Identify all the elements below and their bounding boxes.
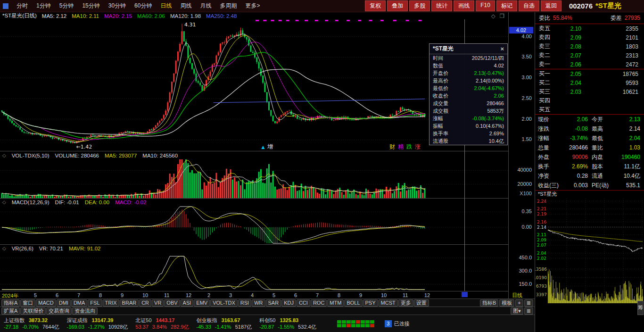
chart-feature-tag[interactable]: 精 [398, 143, 404, 151]
indicator-tab[interactable]: 指标A [1, 299, 20, 307]
indicator-tab[interactable]: KDJ [281, 299, 296, 307]
bid-price[interactable]: 2.03 [552, 89, 581, 95]
bottom-tab-right-icon[interactable]: 图▾ [511, 307, 523, 315]
indicator-tab[interactable]: PSY [363, 299, 378, 307]
bid-price[interactable]: 2.04 [552, 80, 581, 86]
index-quote[interactable]: 科创501325.83 -20.87-1.55%532.4亿 [259, 317, 316, 331]
indicator-tab[interactable]: CR [139, 299, 151, 307]
app-window-icon[interactable] [3, 3, 8, 9]
index-quote[interactable]: 创业板指3163.67 -45.33-1.41%5187亿 [197, 317, 252, 331]
indicator-tab[interactable]: TRIX [103, 299, 119, 307]
ask-price[interactable]: 2.06 [552, 61, 581, 68]
index-quote[interactable]: 北证501443.17 53.373.84%282.9亿 [135, 317, 189, 331]
close-icon[interactable]: × [500, 45, 504, 52]
ask-qty: 2355 [581, 25, 644, 32]
indicator-tab-right[interactable]: + [515, 299, 523, 307]
timeframe-tab[interactable]: 月线 [196, 2, 215, 10]
bid-price[interactable]: 2.05 [552, 71, 581, 77]
timeframe-tab[interactable]: 15分钟 [78, 2, 104, 10]
heatmap-cell [356, 324, 360, 327]
indicator-tab[interactable]: RSI [238, 299, 251, 307]
indicator-tab[interactable]: FSL [88, 299, 102, 307]
bottom-tab[interactable]: 扩展A [1, 307, 20, 315]
indicator-tab[interactable]: ROC [311, 299, 327, 307]
indicator-tab[interactable]: ASI [181, 299, 194, 307]
indicator-tab[interactable]: 窗口 [20, 299, 35, 307]
volume-chart[interactable] [0, 159, 508, 198]
indicator-tab-right[interactable]: 指标B [480, 299, 498, 307]
collapse-icon[interactable]: ◇ [2, 199, 6, 205]
kline-info-popup[interactable]: *ST星光 × 时间 2025/12/11/四 数值 4.02 开盘价 2.13… [429, 43, 508, 145]
ask-row[interactable]: 卖五 2.10 2355 [535, 24, 644, 33]
bottom-tab[interactable]: 交易查询 [46, 307, 72, 315]
indicator-tab[interactable]: 设置 [414, 299, 429, 307]
timeframe-tab[interactable]: 1分钟 [32, 2, 55, 10]
indicator-tab[interactable]: BOLL [344, 299, 362, 307]
toolbar-button[interactable]: 返回 [541, 0, 561, 11]
bid-row[interactable]: 买四 [535, 96, 644, 105]
ask-price[interactable]: 2.08 [552, 43, 581, 50]
chart-feature-tag[interactable]: 涨 [415, 143, 421, 151]
indicator-tab[interactable]: MCST [379, 299, 398, 307]
indicator-tab[interactable]: 更多 [398, 299, 413, 307]
index-quote[interactable]: 深证成指13147.39 -169.03-1.27%10928亿 [67, 317, 128, 331]
chips-side-tab[interactable]: 筹 [637, 301, 644, 315]
toolbar-button[interactable]: 复权 [365, 0, 386, 11]
timeframe-tab[interactable]: 日线 [156, 2, 176, 10]
collapse-icon[interactable]: ◇ [2, 153, 6, 158]
ask-row[interactable]: 卖三 2.08 1803 [535, 42, 644, 51]
chart-feature-tag[interactable]: 财 [389, 143, 395, 151]
bid-row[interactable]: 买五 [535, 105, 644, 114]
indicator-tab[interactable]: DMA [71, 299, 87, 307]
ask-price[interactable]: 2.07 [552, 52, 581, 59]
indicator-tab-right[interactable]: ≣ [524, 299, 533, 307]
indicator-tab[interactable]: MTM [327, 299, 344, 307]
indicator-tab[interactable]: SAR [266, 299, 281, 307]
toolbar-button[interactable]: 叠加 [387, 0, 408, 11]
toolbar-button[interactable]: 统计 [431, 0, 452, 11]
timeframe-tab[interactable]: 5分钟 [55, 2, 78, 10]
toolbar-button[interactable]: 标记 [496, 0, 517, 11]
toolbar-button[interactable]: 画线 [454, 0, 474, 11]
indicator-tab[interactable]: EMV [194, 299, 210, 307]
intraday-mini-chart[interactable]: 2.242.212.192.162.142.112.092.072.042.02… [535, 197, 644, 305]
macd-chart[interactable] [0, 206, 508, 244]
chart-corner-icon[interactable]: ❐ [500, 13, 504, 19]
toolbar-button[interactable]: 多股 [409, 0, 430, 11]
indicator-tab[interactable]: WR [252, 299, 265, 307]
indicator-tab[interactable]: BRAR [120, 299, 139, 307]
ask-price[interactable]: 2.09 [552, 34, 581, 41]
bid-row[interactable]: 买二 2.04 9593 [535, 78, 644, 87]
inc-marker[interactable]: ▲ 增 [260, 143, 273, 151]
bottom-tab[interactable]: 资金流向 [72, 307, 98, 315]
timeframe-tab[interactable]: 周线 [176, 2, 196, 10]
bottom-tab[interactable]: 关联报价 [20, 307, 46, 315]
indicator-tab[interactable]: VOL-TDX [210, 299, 238, 307]
indicator-tab-right[interactable]: 模板 [499, 299, 514, 307]
indicator-tab[interactable]: DMI [57, 299, 71, 307]
ask-price[interactable]: 2.10 [552, 25, 581, 32]
timeframe-tab[interactable]: 更多> [241, 2, 264, 10]
collapse-icon[interactable]: ◇ [2, 246, 6, 251]
chart-feature-tag[interactable]: 跌 [406, 143, 412, 151]
vr-chart[interactable] [0, 252, 508, 291]
timeframe-tab[interactable]: 30分钟 [104, 2, 130, 10]
bid-row[interactable]: 买三 2.03 10621 [535, 87, 644, 96]
ask-row[interactable]: 卖一 2.06 2472 [535, 60, 644, 69]
bottom-tab-right-icon[interactable]: ≣ [524, 307, 533, 315]
toolbar-button[interactable]: F10 [476, 0, 495, 11]
indicator-tab[interactable]: CCI [297, 299, 310, 307]
indicator-tab[interactable]: OBV [164, 299, 180, 307]
chart-corner-icon[interactable]: ◇ [491, 13, 495, 19]
ask-row[interactable]: 卖二 2.07 2313 [535, 51, 644, 60]
indicator-tab[interactable]: MACD [36, 299, 56, 307]
timeframe-tab[interactable]: 多周期 [215, 2, 241, 10]
index-quote[interactable]: 上证指数3873.32 -27.18-0.70%7644亿 [4, 317, 59, 331]
indicator-tab[interactable]: VR [152, 299, 164, 307]
ask-row[interactable]: 卖四 2.09 2101 [535, 33, 644, 42]
bid-row[interactable]: 买一 2.05 18765 [535, 69, 644, 78]
popup-title-bar[interactable]: *ST星光 × [429, 44, 507, 54]
toolbar-button[interactable]: 自选 [519, 0, 539, 11]
timeframe-tab[interactable]: 60分钟 [130, 2, 156, 10]
timeframe-tab[interactable]: 分时 [12, 2, 32, 10]
